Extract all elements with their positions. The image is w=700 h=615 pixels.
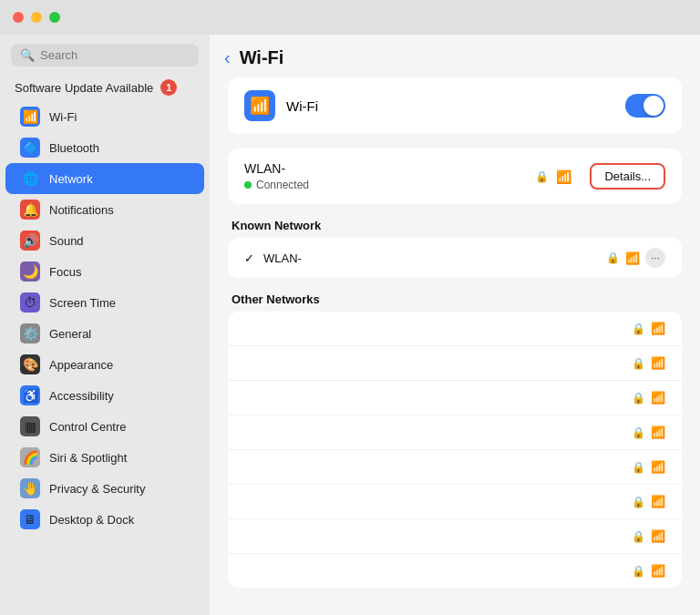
other-network-item[interactable]: 🔒 📶 <box>228 415 682 450</box>
lock-icon: 🔒 <box>632 357 645 370</box>
sidebar-item-label-wifi: Wi-Fi <box>49 110 77 124</box>
sidebar-item-bluetooth[interactable]: 🔷Bluetooth <box>5 132 204 163</box>
known-network-list: ✓ WLAN- 🔒 📶 ··· <box>228 238 682 278</box>
software-update-row: Software Update Available 1 <box>0 74 210 101</box>
sidebar-item-notifications[interactable]: 🔔Notifications <box>5 194 204 225</box>
known-network-icons: 🔒 📶 ··· <box>606 248 665 268</box>
desktop-icon: 🖥 <box>20 509 40 529</box>
content-area: ‹ Wi-Fi 📶 Wi-Fi WLAN- Connected <box>210 35 700 615</box>
sidebar-item-appearance[interactable]: 🎨Appearance <box>5 349 204 380</box>
wifi-signal-full-icon: 📶 <box>625 251 640 265</box>
page-title: Wi-Fi <box>240 47 284 68</box>
connected-network-name: WLAN- <box>244 161 535 176</box>
other-network-item[interactable]: 🔒 📶 <box>228 381 682 415</box>
wifi-toggle-row: 📶 Wi-Fi <box>228 77 682 134</box>
other-network-icons: 🔒 📶 <box>632 529 665 543</box>
other-network-item[interactable]: 🔒 📶 <box>228 450 682 485</box>
sidebar-item-label-accessibility: Accessibility <box>49 389 114 403</box>
sidebar-item-sound[interactable]: 🔊Sound <box>5 225 204 256</box>
lock-icon: 🔒 <box>606 251 620 264</box>
software-update-label: Software Update Available <box>15 81 153 95</box>
sidebar-item-label-siri: Siri & Spotlight <box>49 451 127 465</box>
sidebar-item-label-screen-time: Screen Time <box>49 296 116 310</box>
sidebar-item-focus[interactable]: 🌙Focus <box>5 256 204 287</box>
other-network-item[interactable]: 🔒 📶 <box>228 519 682 554</box>
wifi-icon: 📶 <box>244 90 275 121</box>
wifi-signal-icon: 📶 <box>651 564 665 578</box>
wifi-signal-icon: 📶 <box>651 460 665 474</box>
other-network-icons: 🔒 📶 <box>632 564 665 578</box>
wifi-icon: 📶 <box>20 107 40 127</box>
screen-time-icon: ⏱ <box>20 292 40 313</box>
sidebar-item-network[interactable]: 🌐Network <box>5 163 204 194</box>
bluetooth-icon: 🔷 <box>20 138 40 158</box>
back-button[interactable]: ‹ <box>224 47 231 68</box>
network-icon: 🌐 <box>20 169 40 189</box>
sidebar-item-screen-time[interactable]: ⏱Screen Time <box>5 287 204 318</box>
other-network-icons: 🔒 📶 <box>632 356 665 370</box>
focus-icon: 🌙 <box>20 261 40 282</box>
sidebar-item-control-centre[interactable]: ▦Control Centre <box>5 411 204 442</box>
lock-icon: 🔒 <box>632 530 645 543</box>
wifi-signal-icon: 📶 <box>556 169 571 184</box>
other-network-icons: 🔒 📶 <box>632 391 665 405</box>
search-input[interactable] <box>40 48 190 62</box>
lock-icon: 🔒 <box>632 496 645 508</box>
checkmark-icon: ✓ <box>244 251 254 265</box>
sidebar-item-label-bluetooth: Bluetooth <box>49 141 99 155</box>
sidebar-item-label-network: Network <box>49 172 93 186</box>
sidebar-item-general[interactable]: ⚙️General <box>5 318 204 349</box>
lock-icon: 🔒 <box>535 170 549 183</box>
other-network-list: 🔒 📶 🔒 📶 🔒 📶 🔒 📶 🔒 <box>228 312 682 588</box>
sidebar-item-privacy[interactable]: 🤚Privacy & Security <box>5 473 204 504</box>
sidebar-item-label-general: General <box>49 327 91 341</box>
sidebar-item-desktop[interactable]: 🖥Desktop & Dock <box>5 504 204 535</box>
other-network-icons: 🔒 📶 <box>632 460 665 474</box>
wifi-toggle[interactable] <box>625 94 665 118</box>
other-network-item[interactable]: 🔒 📶 <box>228 312 682 346</box>
connected-status-text: Connected <box>256 179 309 191</box>
search-icon: 🔍 <box>20 48 35 62</box>
other-network-icons: 🔒 📶 <box>632 425 665 439</box>
sidebar-item-label-control-centre: Control Centre <box>49 420 127 434</box>
sidebar-item-accessibility[interactable]: ♿Accessibility <box>5 380 204 411</box>
other-network-item[interactable]: 🔒 📶 <box>228 485 682 519</box>
details-button[interactable]: Details... <box>590 163 665 190</box>
content-header: ‹ Wi-Fi <box>210 35 700 77</box>
known-network-name: WLAN- <box>263 251 601 265</box>
sidebar-item-label-sound: Sound <box>49 234 84 248</box>
maximize-button[interactable] <box>49 12 60 23</box>
known-network-heading: Known Network <box>232 219 682 232</box>
connected-status: Connected <box>244 179 535 191</box>
other-network-icons: 🔒 📶 <box>632 322 665 335</box>
content-body: 📶 Wi-Fi WLAN- Connected 🔒 <box>210 77 700 615</box>
wifi-signal-icon: 📶 <box>651 322 665 335</box>
accessibility-icon: ♿ <box>20 385 40 405</box>
sound-icon: 🔊 <box>20 231 40 251</box>
control-centre-icon: ▦ <box>20 416 40 436</box>
other-networks-heading: Other Networks <box>232 292 682 306</box>
general-icon: ⚙️ <box>20 323 40 343</box>
search-bar[interactable]: 🔍 <box>11 44 199 67</box>
lock-icon: 🔒 <box>632 323 645 335</box>
other-network-item[interactable]: 🔒 📶 <box>228 346 682 381</box>
siri-icon: 🌈 <box>20 447 40 467</box>
connected-icons: 🔒 📶 Details... <box>535 163 665 190</box>
notifications-icon: 🔔 <box>20 200 40 220</box>
wifi-signal-icon: 📶 <box>651 356 665 370</box>
sidebar-item-label-desktop: Desktop & Dock <box>49 513 134 527</box>
sidebar-item-wifi[interactable]: 📶Wi-Fi <box>5 101 204 132</box>
sidebar-item-siri[interactable]: 🌈Siri & Spotlight <box>5 442 204 473</box>
privacy-icon: 🤚 <box>20 478 40 498</box>
minimize-button[interactable] <box>31 12 42 23</box>
wifi-signal-icon: 📶 <box>651 529 665 543</box>
known-network-item[interactable]: ✓ WLAN- 🔒 📶 ··· <box>228 238 682 278</box>
connected-network-info: WLAN- Connected <box>244 161 535 191</box>
wifi-signal-icon: 📶 <box>651 425 665 439</box>
sidebar-item-label-appearance: Appearance <box>49 358 113 372</box>
update-badge: 1 <box>160 79 177 96</box>
ellipsis-button[interactable]: ··· <box>645 248 665 268</box>
title-bar <box>0 0 700 35</box>
other-network-item[interactable]: 🔒 📶 <box>228 554 682 588</box>
close-button[interactable] <box>13 12 24 23</box>
